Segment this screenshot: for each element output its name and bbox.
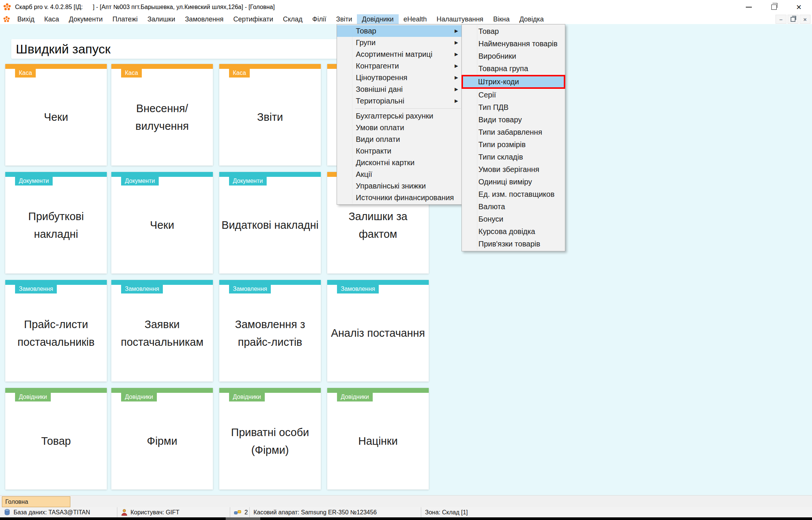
dropdown-item[interactable]: Контрагенти▶ [337,60,462,72]
submenu-item[interactable]: Серії [462,89,565,101]
menu-item[interactable]: Документи [64,14,108,24]
tab-golovna[interactable]: Головна [2,496,70,507]
dropdown-item[interactable]: Контракти [337,145,462,157]
submenu-arrow-icon: ▶ [455,95,458,107]
dropdown-item[interactable]: Асортиментні матриці▶ [337,49,462,60]
taskbar-edge [0,517,812,520]
submenu-arrow-icon: ▶ [455,25,458,37]
dropdown-item[interactable]: Товар▶ [337,25,462,37]
app-logo-icon-small [3,16,10,23]
quick-launch-tile[interactable]: ЗамовленняЗаявки постачальникам [111,280,213,382]
quick-launch-tile[interactable]: КасаЧеки [5,64,107,166]
mdi-minimize-icon[interactable]: – [776,15,786,24]
submenu-item[interactable]: Товарна група [462,62,565,75]
dropdown-item-label: Контрагенти [356,62,399,70]
tile-label: Націнки [327,393,429,490]
tile-category-bar [327,280,429,285]
tile-label: Звіти [219,69,321,166]
dropdown-item-label: Види оплати [356,135,400,143]
submenu-item[interactable]: Умови зберігання [462,163,565,176]
dropdown-item[interactable]: Зовнішні дані▶ [337,84,462,95]
minimize-icon[interactable] [746,7,752,8]
menu-item[interactable]: Звіти [331,14,357,24]
submenu-item[interactable]: Ед. изм. поставщиков [462,188,565,201]
menu-bar-items: ВихідКасаДокументиПлатежіЗалишкиЗамовлен… [12,14,549,24]
dropdown-item[interactable]: Територіальні▶ [337,95,462,107]
quick-launch-tile[interactable]: ДовідникиТовар [5,388,107,490]
dropdown-item[interactable]: Источники финансирования [337,192,462,204]
tile-label: Заявки постачальникам [111,285,213,382]
menu-item[interactable]: Каса [39,14,64,24]
submenu-item[interactable]: Типи складів [462,151,565,163]
dropdown-item[interactable]: Ціноутворення▶ [337,72,462,84]
tile-label: Приватні особи (Фірми) [219,393,321,490]
submenu-item[interactable]: Виробники [462,50,565,62]
database-label: База даних: TASA3@TITAN [14,509,90,516]
submenu-item[interactable]: Прив'язки товарів [462,238,565,250]
submenu-item[interactable]: Товар [462,25,565,38]
menu-item[interactable]: Залишки [143,14,180,24]
tile-label: Товар [5,393,107,490]
quick-launch-tile[interactable]: ДовідникиПриватні особи (Фірми) [219,388,321,490]
dropdown-item-label: Управлінські знижки [356,182,426,190]
tile-category-bar [219,64,321,69]
dropdown-item[interactable]: Дисконтні картки [337,157,462,169]
menu-separator [355,108,461,109]
quick-launch-tile[interactable]: ДовідникиНацінки [327,388,429,490]
mdi-window-buttons: – × [776,15,812,24]
tile-label: Чеки [111,177,213,274]
menu-item[interactable]: Налаштування [432,14,488,24]
dropdown-item[interactable]: Акції [337,169,462,180]
dropdown-item[interactable]: Управлінські знижки [337,180,462,192]
quick-launch-page: Швидкий запуск КасаЧекиКасаВнесення/вилу… [0,24,812,495]
submenu-item[interactable]: Види товару [462,114,565,126]
dropdown-item[interactable]: Види оплати [337,134,462,145]
menu-item[interactable]: Вихід [12,14,39,24]
menu-item[interactable]: Довідка [515,14,549,24]
quick-launch-tile[interactable]: ЗамовленняЗамовлення з прайс-листів [219,280,321,382]
quick-launch-tile[interactable]: ЗамовленняАналіз постачання [327,280,429,382]
menu-item[interactable]: Сертифікати [228,14,278,24]
menu-item[interactable]: eHealth [399,14,432,24]
menu-item[interactable]: Склад [278,14,307,24]
dropdown-item[interactable]: Умови оплати [337,122,462,134]
mdi-close-icon[interactable]: × [800,15,810,24]
restore-icon[interactable] [771,5,777,10]
quick-launch-tile[interactable]: ЗамовленняПрайс-листи постачальників [5,280,107,382]
quick-launch-tile[interactable]: ДокументиВидаткові накладні [219,172,321,274]
dropdown-item[interactable]: Бухгалтерські рахунки [337,110,462,122]
tile-label: Фірми [111,393,213,490]
menu-item[interactable]: Замовлення [180,14,229,24]
application-window: Скарб pro v. 4.0.2.85 [ІД: ] - [Апт №003… [0,0,812,520]
tile-label: Аналіз постачання [327,285,429,382]
mdi-restore-icon[interactable] [788,15,798,24]
submenu-item[interactable]: Курсова довідка [462,225,565,238]
tile-category-bar [111,64,213,69]
quick-launch-tile[interactable]: ДокументиЧеки [111,172,213,274]
menu-item[interactable]: Філії [307,14,331,24]
connections-count: 2 [244,509,248,516]
menu-item[interactable]: Вікна [488,14,515,24]
quick-launch-tile[interactable]: ДовідникиФірми [111,388,213,490]
submenu-item[interactable]: Тип ПДВ [462,101,565,114]
dropdown-item-label: Товар [356,27,376,35]
quick-launch-tile[interactable]: КасаВнесення/вилучення [111,64,213,166]
dropdown-item[interactable]: Групи▶ [337,37,462,49]
status-cash-register: Касовий апарат: Samsung ER-350 №123456 [250,507,421,517]
submenu-item[interactable]: Типи забарвлення [462,126,565,138]
submenu-item[interactable]: Штрих-коди [461,75,565,89]
submenu-item[interactable]: Типи розмірів [462,138,565,151]
submenu-item[interactable]: Найменування товарів [462,38,565,50]
menu-item[interactable]: Платежі [108,14,143,24]
submenu-item[interactable]: Бонуси [462,213,565,225]
quick-launch-tile[interactable]: КасаЗвіти [219,64,321,166]
tile-category-bar [5,64,107,69]
tile-label: Прайс-листи постачальників [5,285,107,382]
submenu-arrow-icon: ▶ [455,84,458,95]
quick-launch-tile[interactable]: ДокументиПрибуткові накладні [5,172,107,274]
submenu-item[interactable]: Валюта [462,201,565,213]
submenu-item[interactable]: Одиниці виміру [462,176,565,188]
app-logo-icon [3,3,11,11]
close-icon[interactable]: × [796,3,801,11]
menu-item[interactable]: Довідники [357,14,398,24]
